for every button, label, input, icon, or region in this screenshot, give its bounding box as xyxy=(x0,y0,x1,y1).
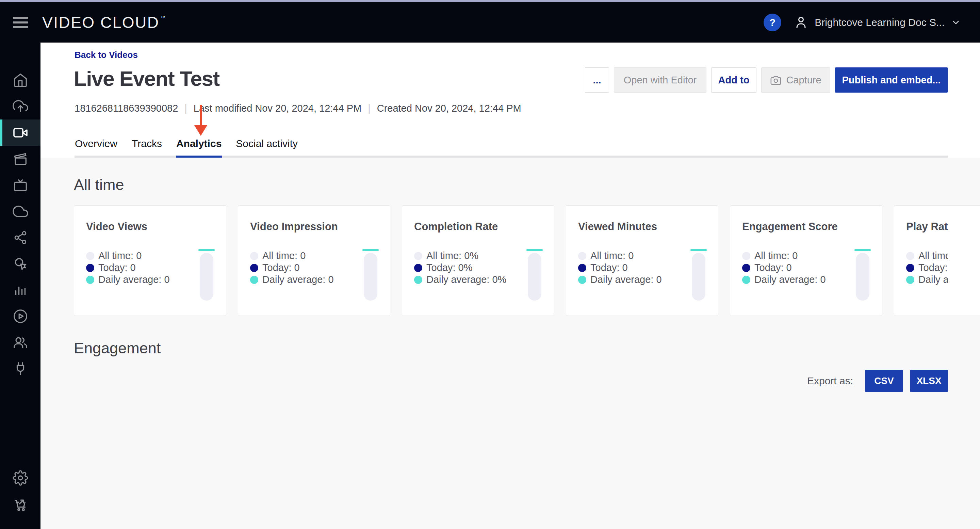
legend-label: Daily average: 0 xyxy=(590,274,662,285)
export-row: Export as: CSV XLSX xyxy=(74,370,948,392)
audience-icon xyxy=(13,335,28,350)
account-name: Brightcove Learning Doc S... xyxy=(815,17,945,28)
page-title: Live Event Test xyxy=(74,66,220,91)
back-to-videos-link[interactable]: Back to Videos xyxy=(75,50,138,60)
thermometer-max-line xyxy=(198,249,215,251)
legend-row: All time: 0 xyxy=(578,250,662,262)
sidebar-item-settings[interactable] xyxy=(0,465,40,491)
meta-separator: | xyxy=(185,103,187,114)
all-time-dot xyxy=(414,252,422,260)
engagement-heading: Engagement xyxy=(74,340,980,356)
sidebar-item-media[interactable] xyxy=(0,146,40,172)
last-modified: Last modified Nov 20, 2024, 12:44 PM xyxy=(194,103,361,114)
tabs-bar: Overview Tracks Analytics Social activit… xyxy=(75,136,948,158)
legend-row: Daily average: 0 xyxy=(906,274,948,285)
legend-row: Daily average: 0 xyxy=(742,274,826,285)
legend-row: Daily average: 0 xyxy=(578,274,662,285)
metric-card-title: Engagement Score xyxy=(742,221,838,233)
video-id: 1816268118639390082 xyxy=(75,103,178,114)
user-icon xyxy=(794,15,808,30)
tab-analytics[interactable]: Analytics xyxy=(176,138,222,158)
sidebar-item-interactivity[interactable] xyxy=(0,250,40,277)
thermometer-chart xyxy=(854,249,871,301)
sidebar-item-upload[interactable] xyxy=(0,93,40,120)
thermometer-chart xyxy=(690,249,707,301)
thermometer-max-line xyxy=(854,249,871,251)
legend-label: All time: 0 xyxy=(98,250,142,261)
sidebar-nav xyxy=(0,43,40,529)
legend-label: Today: 0 xyxy=(98,262,136,273)
sidebar-item-live[interactable] xyxy=(0,172,40,198)
legend-label: Today: 0 xyxy=(918,262,948,273)
export-xlsx-button[interactable]: XLSX xyxy=(910,370,948,392)
question-mark-icon: ? xyxy=(769,17,775,28)
plug-icon xyxy=(13,361,28,376)
legend-label: All time: 0 xyxy=(590,250,633,261)
metric-legend: All time: 0 Today: 0 Daily average: 0 xyxy=(742,250,826,285)
legend-label: All time: 0 xyxy=(754,250,798,261)
sidebar-item-analytics[interactable] xyxy=(0,277,40,303)
upload-icon xyxy=(13,99,28,115)
metric-legend: All time: 0% Today: 0% Daily average: 0% xyxy=(414,250,506,285)
sidebar-bottom-group xyxy=(0,465,40,517)
metric-card-title: Video Views xyxy=(86,221,147,233)
legend-row: All time: 0 xyxy=(906,250,948,262)
all-time-heading: All time xyxy=(74,177,980,193)
sidebar-item-syndication[interactable] xyxy=(0,224,40,250)
today-dot xyxy=(414,264,422,272)
legend-row: Today: 0 xyxy=(742,262,826,274)
thermometer-bar xyxy=(692,253,705,301)
add-to-button[interactable]: Add to xyxy=(711,67,756,92)
sidebar-item-home[interactable] xyxy=(0,67,40,93)
tv-icon xyxy=(13,177,28,193)
sidebar-item-marketplace[interactable] xyxy=(0,491,40,517)
all-time-dot xyxy=(250,252,258,260)
today-dot xyxy=(742,264,750,272)
cart-icon xyxy=(13,496,28,512)
sidebar-item-integrations[interactable] xyxy=(0,355,40,382)
legend-label: Daily average: 0 xyxy=(754,274,826,285)
sidebar-item-players[interactable] xyxy=(0,303,40,329)
legend-label: All time: 0 xyxy=(262,250,305,261)
metric-card-engagement-score: Engagement Score All time: 0 Today: 0 Da… xyxy=(730,205,882,316)
metric-legend: All time: 0 Today: 0 Daily average: 0 xyxy=(906,250,948,285)
tab-tracks[interactable]: Tracks xyxy=(131,138,162,158)
hamburger-menu-button[interactable] xyxy=(13,17,28,28)
meta-separator: | xyxy=(368,103,371,114)
thermometer-chart xyxy=(527,249,543,301)
legend-label: Today: 0 xyxy=(262,262,300,273)
today-dot xyxy=(906,264,914,272)
capture-button[interactable]: Capture xyxy=(761,67,830,92)
main-content: Back to Videos Live Event Test 181626811… xyxy=(40,43,980,529)
metric-card-video-views: Video Views All time: 0 Today: 0 Daily a… xyxy=(74,205,226,316)
cloud-icon xyxy=(13,204,28,219)
legend-label: Today: 0 xyxy=(754,262,792,273)
thermometer-bar xyxy=(364,253,377,301)
export-csv-button[interactable]: CSV xyxy=(865,370,903,392)
sidebar-item-audience[interactable] xyxy=(0,329,40,355)
legend-label: Today: 0 xyxy=(590,262,628,273)
legend-row: All time: 0 xyxy=(742,250,826,262)
help-button[interactable]: ? xyxy=(764,14,781,31)
sidebar-item-videos[interactable] xyxy=(0,120,40,146)
open-with-editor-button[interactable]: Open with Editor xyxy=(614,67,706,92)
metric-cards-row: Video Views All time: 0 Today: 0 Daily a… xyxy=(74,205,980,316)
settings-icon xyxy=(13,470,28,486)
created-date: Created Nov 20, 2024, 12:44 PM xyxy=(377,103,521,114)
logo-text: VIDEO CLOUD xyxy=(42,13,159,32)
video-meta: 1816268118639390082 | Last modified Nov … xyxy=(75,103,521,114)
publish-and-embed-button[interactable]: Publish and embed... xyxy=(835,67,948,92)
legend-row: Today: 0 xyxy=(578,262,662,274)
metric-legend: All time: 0 Today: 0 Daily average: 0 xyxy=(86,250,170,285)
tab-overview[interactable]: Overview xyxy=(75,138,118,158)
sidebar-item-cloud[interactable] xyxy=(0,198,40,224)
metric-card-completion-rate: Completion Rate All time: 0% Today: 0% D… xyxy=(402,205,554,316)
all-time-dot xyxy=(906,252,914,260)
today-dot xyxy=(578,264,586,272)
account-menu[interactable]: Brightcove Learning Doc S... xyxy=(794,15,961,30)
daily-average-dot xyxy=(414,276,422,284)
more-actions-button[interactable]: ... xyxy=(585,67,609,92)
legend-row: All time: 0% xyxy=(414,250,506,262)
tab-social-activity[interactable]: Social activity xyxy=(235,138,298,158)
app-header: VIDEO CLOUD ™ ? Brightcove Learning Doc … xyxy=(0,2,980,43)
